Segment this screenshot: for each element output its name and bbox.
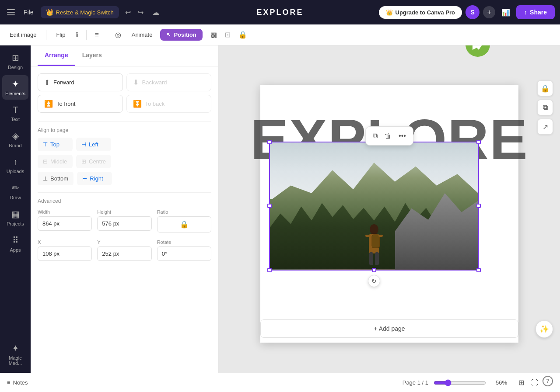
cloud-save-button[interactable]: ☁ [150, 6, 162, 19]
handle-bottom-center[interactable] [372, 268, 376, 272]
menu-button[interactable] [5, 7, 17, 17]
redo-button[interactable]: ↪ [135, 6, 146, 19]
ctx-more-button[interactable]: ••• [396, 129, 409, 142]
sidebar-item-apps[interactable]: ⠿ Apps [2, 232, 28, 256]
layer-order-grid: ⬆ Forward ⬇ Backward ⏫ To front ⏬ To bac… [38, 73, 211, 113]
align-bottom-icon: ⊥ [43, 175, 48, 182]
main-layout: ⊞ Design ✦ Elements T Text ◈ Brand ↑ Upl… [0, 45, 560, 373]
align-middle-icon: ⊟ [43, 158, 48, 165]
arrange-panel: Arrange Layers ⬆ Forward ⬇ Backward ⏫ To… [31, 45, 219, 373]
to-back-icon: ⏬ [133, 100, 142, 108]
crop-button[interactable]: ⊡ [222, 28, 233, 42]
tab-layers[interactable]: Layers [75, 45, 109, 66]
forward-button[interactable]: ⬆ Forward [38, 73, 123, 91]
position-button[interactable]: ↖ Position [160, 29, 202, 41]
info-button[interactable]: ℹ [73, 28, 81, 42]
position-cursor-visual [472, 45, 483, 50]
help-button[interactable]: ? [542, 376, 553, 386]
photo-element[interactable]: ↻ [269, 142, 479, 271]
animate-icon-button[interactable]: ◎ [112, 28, 124, 42]
width-input[interactable] [38, 216, 92, 231]
file-menu-button[interactable]: File [20, 7, 37, 17]
canvas-expand-button[interactable]: ↗ [537, 119, 553, 135]
topbar-left: File 👑 Resize & Magic Switch ↩ ↪ ☁ [5, 6, 186, 19]
backward-button[interactable]: ⬇ Backward [126, 73, 212, 91]
zoom-slider[interactable] [434, 379, 486, 386]
extra-icons: ▩ ⊡ 🔒 [208, 28, 250, 42]
divider-1 [38, 121, 211, 122]
y-group: Y [97, 239, 151, 261]
align-middle-button[interactable]: ⊟ Middle [38, 155, 73, 168]
second-toolbar: Edit image Flip ℹ ≡ ◎ Animate ↖ Position… [0, 24, 560, 45]
height-group: Height [97, 209, 151, 232]
align-section: Align to page ⊤ Top ⊣ Left ⊟ Middle [38, 127, 211, 185]
align-centre-icon: ⊞ [81, 158, 86, 165]
fullscreen-button[interactable]: ⛶ [528, 376, 541, 389]
handle-bottom-left[interactable] [267, 268, 272, 272]
transparency-button[interactable]: ▩ [208, 28, 220, 42]
magic-switch-button[interactable]: 👑 Resize & Magic Switch [41, 6, 119, 18]
x-input[interactable] [38, 246, 92, 261]
lock-ratio-button[interactable]: 🔒 [157, 216, 211, 232]
projects-icon: ▦ [11, 209, 20, 219]
edit-image-button[interactable]: Edit image [5, 29, 41, 41]
align-top-button[interactable]: ⊤ Top [38, 138, 73, 151]
handle-middle-left[interactable] [267, 204, 272, 208]
sidebar-item-uploads[interactable]: ↑ Uploads [2, 153, 28, 177]
tab-arrange[interactable]: Arrange [38, 45, 75, 66]
grid-view-button[interactable]: ⊞ [516, 376, 527, 389]
avatar[interactable]: S [466, 5, 480, 19]
sidebar-item-elements[interactable]: ✦ Elements [2, 75, 28, 100]
share-button[interactable]: ↑ Share [516, 5, 555, 19]
text-icon: T [13, 105, 18, 115]
undo-button[interactable]: ↩ [122, 6, 133, 19]
align-bottom-button[interactable]: ⊥ Bottom [38, 172, 74, 185]
align-left-button[interactable]: ⊣ Left [76, 138, 111, 151]
topbar: File 👑 Resize & Magic Switch ↩ ↪ ☁ EXPLO… [0, 0, 560, 24]
sidebar-item-text[interactable]: T Text [2, 101, 28, 125]
magic-assist-button[interactable]: ✨ [536, 320, 553, 338]
handle-middle-right[interactable] [476, 204, 481, 208]
align-row-1: ⊤ Top ⊣ Left [38, 138, 211, 151]
ctx-copy-button[interactable]: ⧉ [370, 129, 380, 142]
handle-top-left[interactable] [267, 140, 272, 144]
upgrade-button[interactable]: 👑 Upgrade to Canva Pro [379, 6, 462, 19]
rotate-handle[interactable]: ↻ [368, 275, 380, 287]
align-centre-button[interactable]: ⊞ Centre [76, 155, 111, 168]
sidebar-item-design[interactable]: ⊞ Design [2, 49, 28, 73]
view-buttons: ⊞ ⛶ ? [516, 376, 553, 389]
crown-icon: 👑 [46, 9, 53, 16]
svg-rect-4 [365, 235, 370, 237]
svg-rect-2 [372, 235, 380, 248]
notes-button[interactable]: ≡ Notes [7, 379, 28, 386]
to-front-button[interactable]: ⏫ To front [38, 95, 123, 113]
canvas-lock-button[interactable]: 🔒 [537, 80, 553, 96]
flip-button[interactable]: Flip [52, 29, 70, 41]
rotate-input[interactable] [157, 246, 211, 261]
add-page-button[interactable]: + Add page [260, 319, 518, 338]
canvas-copy-button[interactable]: ⧉ [537, 100, 553, 115]
handle-top-right[interactable] [476, 140, 481, 144]
lock-button[interactable]: 🔒 [236, 28, 250, 42]
align-right-button[interactable]: ⊢ Right [77, 172, 112, 185]
y-input[interactable] [97, 246, 151, 261]
svg-rect-6 [369, 252, 373, 265]
handle-bottom-right[interactable] [476, 268, 481, 272]
height-input[interactable] [97, 216, 151, 231]
sidebar-item-draw[interactable]: ✏ Draw [2, 179, 28, 204]
animate-button[interactable]: Animate [127, 29, 157, 41]
canvas-page: EXPLORE ⧉ 🗑 ••• [260, 85, 518, 343]
align-left-icon: ⊣ [81, 141, 86, 148]
to-back-button[interactable]: ⏬ To back [126, 95, 212, 113]
ctx-delete-button[interactable]: 🗑 [382, 129, 394, 142]
add-user-button[interactable]: + [483, 6, 495, 18]
text-align-button[interactable]: ≡ [92, 28, 101, 42]
sidebar-item-projects[interactable]: ▦ Projects [2, 205, 28, 230]
analytics-button[interactable]: 📊 [499, 6, 513, 19]
svg-rect-7 [375, 252, 379, 265]
sidebar-item-brand[interactable]: ◈ Brand [2, 127, 28, 152]
position-grid: X Y Rotate [38, 239, 211, 261]
sidebar-item-magic-media[interactable]: ✦ Magic Med... [2, 340, 28, 369]
uploads-icon: ↑ [13, 157, 18, 167]
align-top-icon: ⊤ [43, 141, 48, 148]
